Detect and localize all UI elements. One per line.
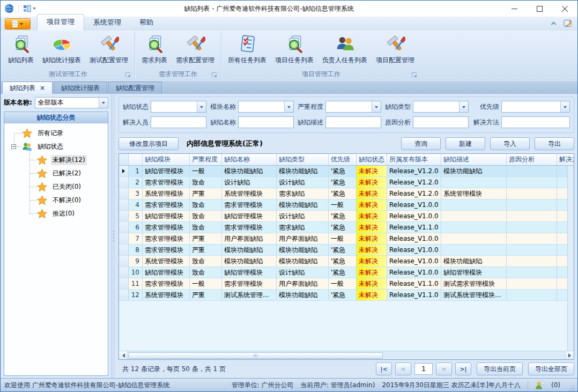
table-cell[interactable] (507, 256, 557, 267)
tree-item[interactable]: 已解决(2) (4, 167, 108, 180)
table-cell[interactable]: 需求管理模块 (143, 278, 190, 289)
table-cell[interactable]: Release_V1.2.0 (387, 166, 441, 176)
action-button[interactable]: 查询 (401, 137, 441, 150)
horizontal-scrollbar[interactable] (119, 351, 574, 359)
table-cell[interactable]: Release_V1.0.0 (387, 267, 441, 278)
table-cell[interactable] (441, 222, 507, 233)
table-cell[interactable]: Release_V1.1.0 (387, 290, 441, 300)
table-cell[interactable]: 设计缺陷 (277, 211, 329, 221)
table-cell[interactable] (441, 177, 507, 188)
column-header[interactable]: 缺陷状态 (357, 154, 387, 165)
document-tab[interactable]: 缺陷统计报表 (54, 82, 107, 94)
table-cell[interactable]: 缺陷管理模块 (222, 267, 277, 278)
table-cell[interactable]: Release_V1.0.0 (387, 245, 441, 255)
table-cell[interactable]: 模块功能缺陷 (441, 166, 507, 176)
table-cell[interactable]: 用户界面缺陷 (222, 233, 277, 244)
table-cell[interactable]: 模块功能缺陷 (277, 290, 329, 300)
table-cell[interactable] (507, 188, 557, 199)
table-cell[interactable]: 测试系统管理模块... (441, 290, 507, 300)
tree-item[interactable]: 所有记录 (4, 127, 108, 140)
filter-combobox[interactable] (413, 101, 469, 113)
table-cell[interactable]: 系统管理模块 (143, 256, 190, 267)
tree-item[interactable]: 未解决(12) (4, 153, 108, 167)
application-menu-button[interactable] (5, 18, 31, 29)
table-cell[interactable]: 模块功能缺陷 (222, 245, 277, 255)
table-cell[interactable]: 需求管理模块 (222, 222, 277, 233)
vertical-scrollbar[interactable] (567, 166, 574, 351)
table-cell[interactable]: 未解决 (357, 222, 387, 233)
table-cell[interactable]: 用户界面缺陷 (277, 278, 329, 289)
table-cell[interactable]: 严重 (190, 233, 222, 244)
ribbon-button[interactable]: 测试配置管理 (86, 32, 132, 66)
table-row[interactable]: 7需求管理模块严重用户界面缺陷用户界面缺陷一般未解决Release_V1.0.0 (119, 233, 574, 245)
filter-combobox[interactable] (325, 101, 381, 113)
document-tab[interactable]: 缺陷列表× (2, 82, 53, 94)
table-cell[interactable] (507, 278, 557, 289)
table-cell[interactable] (507, 211, 557, 221)
table-cell[interactable]: 致命 (190, 211, 222, 221)
table-cell[interactable]: 系统管理模块 (143, 290, 190, 300)
table-cell[interactable]: 缺陷管理模块 (441, 267, 507, 278)
table-cell[interactable]: Release_V1.0.0 (387, 211, 441, 221)
document-tab[interactable]: 缺陷配置管理 (108, 82, 162, 94)
column-header[interactable]: 缺陷模块 (143, 154, 190, 165)
table-cell[interactable]: 致命 (190, 222, 222, 233)
table-cell[interactable]: 一般 (190, 278, 222, 289)
combo-dropdown-button[interactable] (560, 101, 569, 112)
ribbon-button[interactable]: 缺陷统计报表 (39, 32, 85, 66)
table-cell[interactable]: Release_V1.1.0 (387, 278, 441, 289)
table-row[interactable]: 10缺陷管理模块致命缺陷管理模块设计缺陷'紧急未解决Release_V1.0.0… (119, 267, 574, 278)
table-cell[interactable]: 未解决 (357, 188, 387, 199)
table-cell[interactable] (507, 177, 557, 188)
ribbon-button[interactable]: 缺陷列表 (4, 32, 38, 66)
close-button[interactable] (552, 1, 577, 17)
table-row[interactable]: 3系统管理模块严重系统管理模块需求缺陷'紧急未解决Release_V1.2.0系… (119, 188, 574, 199)
ribbon-button[interactable]: 项目配置管理 (372, 32, 418, 66)
scroll-left-button[interactable] (119, 351, 128, 359)
table-cell[interactable]: 致命 (190, 199, 222, 210)
dialog-launcher-icon[interactable] (212, 72, 217, 77)
filter-combobox[interactable] (151, 101, 206, 113)
table-cell[interactable] (441, 233, 507, 244)
table-cell[interactable] (507, 166, 557, 176)
table-cell[interactable]: 致命 (190, 256, 222, 267)
table-row[interactable]: 8需求管理模块严重模块功能缺陷模块功能缺陷'紧急未解决Release_V1.0.… (119, 245, 574, 256)
minimize-button[interactable] (502, 1, 527, 17)
table-cell[interactable] (507, 245, 557, 255)
column-header[interactable]: 解决方法 (557, 154, 574, 165)
table-cell[interactable]: 模块功能缺陷 (277, 256, 329, 267)
table-cell[interactable]: 缺陷管理模块 (143, 166, 190, 176)
table-cell[interactable]: 致命 (190, 177, 222, 188)
table-row[interactable]: 12系统管理模块严重测试系统管理...模块功能缺陷'紧急未解决Release_V… (119, 290, 574, 301)
table-cell[interactable]: 未解决 (357, 177, 387, 188)
table-cell[interactable]: Release_V1.0.0 (387, 199, 441, 210)
tree-item[interactable]: 已关闭(0) (4, 180, 108, 194)
page-nav-button[interactable]: |< (376, 363, 392, 375)
action-button[interactable]: 导出 (535, 137, 574, 150)
table-cell[interactable]: 一般 (329, 233, 357, 244)
table-cell[interactable]: 设计缺陷 (222, 177, 277, 188)
table-cell[interactable]: 未解决 (357, 233, 387, 244)
table-cell[interactable]: 模块功能缺陷 (277, 166, 329, 176)
table-cell[interactable]: 模块功能缺陷 (222, 166, 277, 176)
table-cell[interactable]: Release_V1.0.0 (387, 256, 441, 267)
tree-item[interactable]: 缺陷状态 (4, 140, 108, 153)
table-cell[interactable] (507, 199, 557, 210)
table-cell[interactable]: 系统管理模块 (143, 188, 190, 199)
ribbon-tab[interactable]: 系统管理 (84, 15, 130, 31)
tree-item[interactable]: 推迟(0) (4, 207, 108, 220)
table-cell[interactable]: Release_V1.2.0 (387, 188, 441, 199)
ribbon-button[interactable]: 需求配置管理 (172, 32, 218, 66)
table-cell[interactable]: '紧急 (329, 290, 357, 300)
table-cell[interactable]: 缺陷管理模块 (143, 211, 190, 221)
table-cell[interactable]: '紧急 (329, 267, 357, 278)
table-cell[interactable]: 未解决 (357, 290, 387, 300)
action-button[interactable]: 导入 (490, 137, 530, 150)
page-number-input[interactable] (414, 363, 433, 375)
dialog-launcher-icon[interactable] (412, 72, 417, 77)
skin-style-icon[interactable] (564, 19, 573, 28)
filter-input[interactable] (501, 116, 570, 128)
table-cell[interactable]: 模块功能缺陷 (277, 245, 329, 255)
ribbon-button[interactable]: 项目任务列表 (271, 32, 317, 66)
table-cell[interactable] (507, 222, 557, 233)
